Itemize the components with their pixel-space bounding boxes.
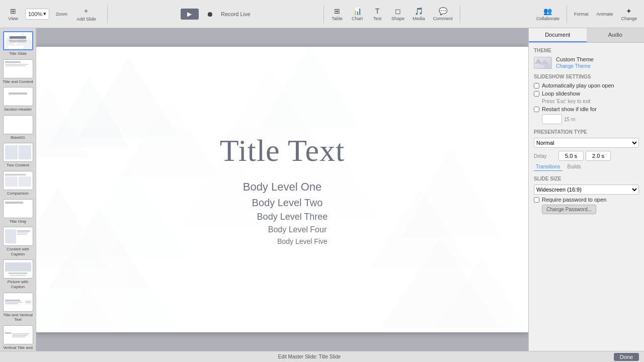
slide-thumb-img-3 — [3, 87, 33, 106]
theme-info: Custom Theme Change Theme — [556, 56, 594, 69]
slide-thumb-label-11: Vertical Title and Text — [2, 345, 34, 351]
status-bar: Edit Master Slide: Title Slide Done — [0, 351, 644, 362]
shape-label: Shape — [391, 16, 405, 21]
record-icon: ⏺ — [206, 10, 213, 18]
media-button[interactable]: 🎵 Media — [410, 6, 428, 23]
sub-tab-builds[interactable]: Builds — [566, 163, 583, 171]
slide-thumb-label-7: Title Only — [10, 219, 27, 224]
slide-thumb-2[interactable]: Title and Content — [2, 59, 34, 84]
text-button[interactable]: T Text — [368, 6, 386, 23]
change-password-row: Change Password... — [542, 205, 639, 214]
sub-tab-transitions[interactable]: Transitions — [534, 163, 562, 171]
canvas-area: Title Text Body Level One Body Level Two… — [36, 28, 528, 351]
animate-button[interactable]: Animate — [593, 10, 616, 18]
section-slideshow-header: Slideshow Settings — [534, 74, 639, 79]
slide-thumb-label-10: Title and Vertical Text — [2, 313, 34, 322]
add-slide-label: Add Slide — [76, 17, 96, 22]
theme-name: Custom Theme — [556, 56, 594, 62]
slide-thumb-img-7 — [3, 199, 33, 218]
slide-size-select[interactable]: Widescreen (16:9) — [534, 185, 639, 195]
slide-thumb-img-1 — [3, 31, 33, 50]
record-button[interactable]: ⏺ — [201, 9, 219, 20]
slide-thumb-1[interactable]: Title Slide — [2, 31, 34, 56]
type-row: Normal — [534, 138, 639, 148]
password-checkbox[interactable] — [534, 197, 539, 203]
body-level-five: Body Level Five — [237, 237, 328, 245]
delay-input-2[interactable] — [586, 151, 611, 161]
table-icon: ⊞ — [334, 7, 340, 15]
loop-sub: Press 'Esc' key to exit — [542, 99, 639, 104]
table-button[interactable]: ⊞ Table — [328, 6, 346, 23]
slide-size-row: Widescreen (16:9) — [534, 185, 639, 195]
loop-checkbox[interactable] — [534, 91, 539, 97]
slide-thumb-img-6 — [3, 171, 33, 190]
slide-thumb-4[interactable]: Blank01 — [2, 115, 34, 140]
format-button[interactable]: Format — [571, 10, 592, 18]
format-label: Format — [574, 12, 589, 17]
comment-button[interactable]: 💬 Comment — [430, 6, 456, 23]
body-level-three: Body Level Three — [237, 212, 328, 222]
change-theme-button[interactable]: Change Theme — [556, 63, 594, 69]
section-slide-size-header: Slide Size — [534, 176, 639, 182]
restart-row: Restart show if idle for — [534, 106, 639, 112]
table-label: Table — [332, 16, 343, 21]
delay-field-label: Delay — [534, 153, 556, 159]
slide-thumb-3[interactable]: Section Header — [2, 87, 34, 112]
restart-label: Restart show if idle for — [542, 106, 597, 112]
toolbar-right: 👥 Collaborate Format Animate ✦ Change — [533, 5, 640, 23]
play-button[interactable]: ▶ — [181, 9, 199, 20]
done-button[interactable]: Done — [614, 353, 639, 361]
collaborate-button[interactable]: 👥 Collaborate — [533, 6, 562, 23]
slide-title: Title Text — [220, 133, 345, 168]
shape-button[interactable]: ◻ Shape — [388, 6, 408, 23]
view-icon: ⊞ — [10, 7, 16, 15]
slide-thumb-9[interactable]: Picture with Caption — [2, 259, 34, 289]
text-label: Text — [373, 16, 382, 21]
collaborate-icon: 👥 — [543, 7, 552, 15]
presentation-type-select[interactable]: Normal — [534, 138, 639, 148]
theme-row: Custom Theme Change Theme — [534, 56, 639, 69]
auto-play-checkbox[interactable] — [534, 83, 539, 88]
zoom-control[interactable]: 100% ▾ — [25, 9, 49, 20]
slide-thumb-8[interactable]: Content with Caption — [2, 227, 34, 256]
slide-canvas[interactable]: Title Text Body Level One Body Level Two… — [36, 47, 528, 332]
slide-thumb-5[interactable]: Two Content — [2, 143, 34, 168]
tab-audio[interactable]: Audio — [587, 28, 645, 42]
loop-row: Loop slideshow — [534, 90, 639, 97]
slide-thumb-label-2: Title and Content — [3, 79, 33, 84]
slide-thumb-6[interactable]: Comparison — [2, 171, 34, 196]
play-icon: ▶ — [187, 11, 192, 18]
idle-time-input[interactable] — [542, 114, 562, 124]
slide-thumb-label-8: Content with Caption — [2, 247, 34, 256]
tab-document[interactable]: Document — [529, 28, 587, 42]
toolbar-sep-1 — [107, 5, 108, 23]
add-slide-icon: ＋ — [83, 7, 90, 16]
delay-fields: Delay — [534, 151, 639, 161]
slide-thumb-label-9: Picture with Caption — [2, 280, 34, 289]
change-button[interactable]: ✦ Change — [618, 6, 640, 23]
body-level-four: Body Level Four — [238, 225, 327, 234]
slide-thumb-11[interactable]: Vertical Title and Text — [2, 325, 34, 351]
view-button[interactable]: ⊞ View — [4, 6, 22, 23]
chart-label: Chart — [352, 16, 363, 21]
delay-input-1[interactable] — [558, 151, 584, 161]
slide-content: Title Text Body Level One Body Level Two… — [220, 133, 345, 247]
slide-thumb-label-1: Title Slide — [9, 51, 27, 56]
add-slide-button[interactable]: ＋ Add Slide — [73, 5, 99, 23]
status-message: Edit Master Slide: Title Slide — [5, 354, 614, 359]
zoom-chevron: ▾ — [43, 11, 46, 17]
restart-checkbox[interactable] — [534, 107, 539, 112]
slide-thumb-label-3: Section Header — [4, 107, 32, 112]
thumb-content-1 — [7, 36, 30, 43]
slide-thumb-10[interactable]: Title and Vertical Text — [2, 293, 34, 322]
svg-marker-12 — [68, 167, 189, 258]
shape-icon: ◻ — [395, 7, 401, 15]
chart-button[interactable]: 📊 Chart — [348, 6, 366, 23]
change-password-button[interactable]: Change Password... — [542, 205, 596, 214]
password-row: Require password to open — [534, 197, 639, 203]
slide-thumb-7[interactable]: Title Only — [2, 199, 34, 224]
chart-icon: 📊 — [353, 7, 362, 15]
zoom-button[interactable]: Zoom — [52, 10, 70, 18]
idle-time-row: 15 m — [542, 114, 639, 124]
slide-thumb-img-9 — [3, 259, 33, 279]
